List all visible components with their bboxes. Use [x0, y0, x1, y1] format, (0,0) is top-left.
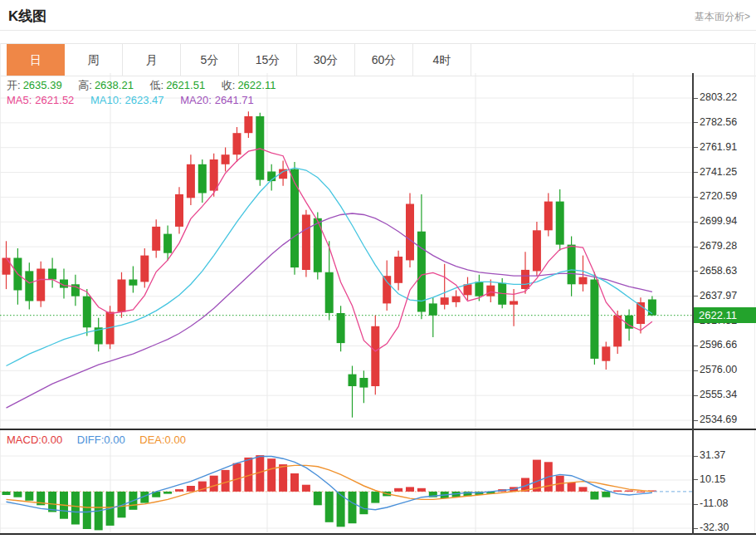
tab-4hour[interactable]: 4时: [413, 44, 471, 76]
ma5-label: MA5:: [7, 94, 32, 106]
price-tick: [694, 197, 698, 198]
macd-histogram: [2, 455, 656, 530]
close-value: 2622.11: [237, 79, 276, 91]
ma10-label: MA10:: [90, 94, 122, 106]
tab-month[interactable]: 月: [123, 44, 181, 76]
macd-value: 0.00: [41, 434, 62, 446]
ma20-label: MA20:: [180, 94, 212, 106]
price-tick-label: 2534.69: [700, 414, 737, 425]
price-tick-label: 2555.34: [700, 389, 737, 400]
macd-tick-label: -11.08: [700, 497, 729, 509]
price-tick: [694, 395, 698, 396]
price-tick-label: 2679.28: [700, 240, 737, 252]
tab-15min[interactable]: 15分: [239, 44, 297, 76]
price-tick-label: 2637.97: [700, 290, 737, 301]
dea-label: DEA:: [139, 434, 164, 446]
tab-day[interactable]: 日: [7, 44, 65, 76]
tab-60min[interactable]: 60分: [355, 44, 413, 76]
price-tick-label: 2699.94: [700, 215, 737, 227]
ohlc-row: 开:2635.39 高:2638.21 低:2621.51 收:2622.11: [7, 78, 289, 93]
grid: [0, 73, 692, 429]
tab-5min[interactable]: 5分: [181, 44, 239, 76]
diff-label: DIFF:: [77, 434, 105, 446]
price-tick: [694, 98, 698, 99]
price-tick: [694, 222, 698, 223]
panel-right-border: [754, 43, 755, 533]
ma20-value: 2641.71: [215, 94, 254, 106]
price-tick: [694, 147, 698, 148]
price-tick-label: 2576.00: [700, 364, 737, 375]
price-tick-label: 2741.25: [700, 166, 737, 178]
price-tick: [694, 370, 698, 371]
macd-chart-canvas[interactable]: [0, 431, 694, 535]
tab-week[interactable]: 周: [65, 44, 123, 76]
price-tick: [694, 271, 698, 272]
price-tick: [694, 122, 698, 123]
tab-30min[interactable]: 30分: [297, 44, 355, 76]
kline-widget: K线图 基本面分析> 日周月5分15分30分60分4时 开:2635.39 高:…: [0, 0, 756, 539]
ma10-value: 2623.47: [125, 94, 164, 106]
price-tick-label: 2658.63: [700, 265, 737, 277]
price-tick-label: 2720.59: [700, 190, 737, 202]
ma5-value: 2621.52: [35, 94, 74, 106]
macd-tick: [694, 456, 698, 457]
price-tick: [694, 247, 698, 247]
price-tick-label: 2782.56: [700, 116, 737, 128]
page-title: K线图: [8, 7, 46, 26]
macd-legend: MACD:0.00 DIFF:0.00 DEA:0.00: [7, 434, 198, 446]
price-tick-label: 2761.91: [700, 141, 737, 153]
macd-tick: [694, 504, 698, 505]
price-tick: [694, 420, 698, 421]
candle-wicks: [7, 111, 652, 418]
macd-tick-label: 10.15: [700, 473, 725, 485]
macd-label: MACD:: [7, 434, 41, 446]
panel-separator: [0, 429, 756, 430]
high-value: 2638.21: [95, 79, 134, 91]
diff-value: 0.00: [104, 434, 124, 446]
bottom-border: [0, 533, 756, 535]
macd-tick-label: -32.30: [700, 522, 729, 533]
open-label: 开:: [7, 79, 21, 91]
high-label: 高:: [78, 79, 92, 91]
macd-tick: [694, 528, 698, 529]
candlestick-chart-canvas[interactable]: [0, 73, 694, 430]
close-label: 收:: [222, 79, 236, 91]
open-value: 2635.39: [23, 79, 62, 91]
fundamental-analysis-link[interactable]: 基本面分析>: [695, 10, 750, 24]
current-price-tag: 2622.11: [694, 307, 756, 323]
low-value: 2621.51: [166, 79, 205, 91]
low-label: 低:: [150, 79, 164, 91]
price-tick: [694, 345, 698, 346]
period-tabbar: 日周月5分15分30分60分4时: [0, 43, 756, 76]
y-axis-line: [692, 73, 694, 535]
macd-tick-label: 31.37: [700, 449, 725, 461]
price-tick-label: 2596.66: [700, 339, 737, 350]
macd-tick: [694, 479, 698, 480]
price-tick: [694, 172, 698, 173]
header-divider: [0, 30, 756, 31]
price-tick: [694, 296, 698, 296]
price-tick-label: 2803.22: [700, 91, 737, 103]
ma-legend: MA5:2621.52 MA10:2623.47 MA20:2641.71: [7, 94, 267, 106]
dea-value: 0.00: [165, 434, 186, 446]
